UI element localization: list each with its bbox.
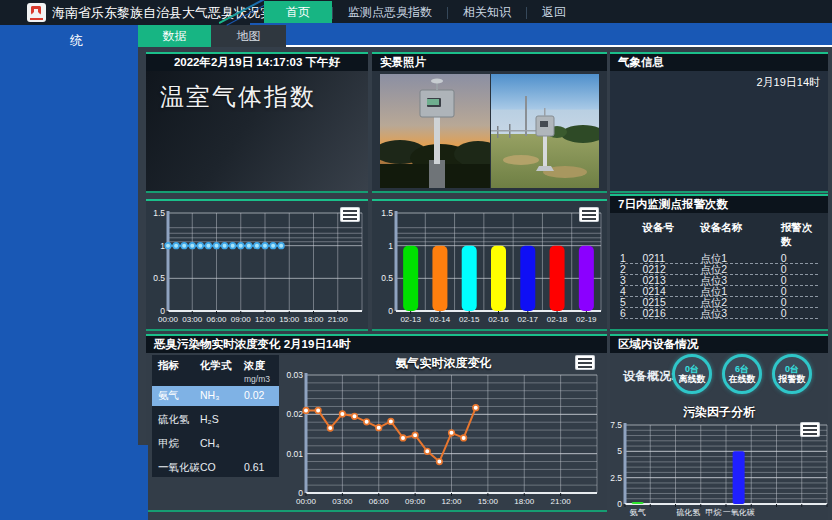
svg-text:0.5: 0.5 (381, 273, 393, 283)
greenhouse-trend-chart-panel: 00.511.500:0003:0006:0009:0012:0015:0018… (146, 199, 368, 331)
app-title-wrap: 统 (70, 32, 83, 50)
dashboard: 海南省乐东黎族自治县大气恶臭状况实时发布系 首页监测点恶臭指数相关知识返回 统 … (0, 0, 832, 520)
main-nav: 首页监测点恶臭指数相关知识返回 (264, 0, 581, 25)
photo-panel-title: 实景照片 (372, 54, 607, 71)
svg-text:2.5: 2.5 (610, 473, 622, 483)
svg-text:15:00: 15:00 (478, 497, 499, 506)
alarm-table-row: 60216点位30 (620, 308, 818, 319)
chart-menu-icon[interactable] (575, 355, 595, 370)
svg-text:一氧化碳: 一氧化碳 (723, 508, 755, 517)
station-photo-sunset (380, 74, 490, 188)
svg-text:18:00: 18:00 (514, 497, 535, 506)
daily-odor-chart-panel: 00.511.502-1302-1402-1502-1602-1702-1802… (372, 199, 607, 331)
station-photo-field (491, 74, 600, 188)
svg-text:03:00: 03:00 (332, 497, 353, 506)
nh3-chart-area: 氨气实时浓度变化 00.010.020.0300:0003:0006:0009:… (282, 353, 605, 512)
photo-panel: 实景照片 (372, 52, 607, 193)
svg-text:21:00: 21:00 (328, 315, 349, 324)
device-stat-circle-2: 0台报警数 (772, 354, 812, 394)
svg-text:12:00: 12:00 (255, 315, 276, 324)
svg-text:02-13: 02-13 (400, 315, 421, 324)
svg-text:00:00: 00:00 (158, 315, 179, 324)
svg-text:甲烷: 甲烷 (705, 508, 721, 517)
topbar-underline (250, 23, 832, 25)
device-stat-circle-1: 6台在线数 (722, 354, 762, 394)
svg-text:15:00: 15:00 (279, 315, 300, 324)
sidebar-extension (138, 445, 148, 520)
content-area: 2022年2月19日 14:17:03 下午好 温室气体指数 实景照片 (138, 47, 832, 520)
svg-text:02-18: 02-18 (547, 315, 568, 324)
odor-table-row[interactable]: 硫化氢H₂S (152, 410, 279, 430)
weather-panel: 气象信息 2月19日14时 (610, 52, 828, 193)
odor-panel: 恶臭污染物实时浓度变化 2月19日14时 指标 化学式 浓度 mg/m3 氨气N… (146, 334, 607, 512)
svg-text:02-15: 02-15 (459, 315, 480, 324)
odor-unit-label: mg/m3 (152, 374, 279, 384)
svg-text:氨气: 氨气 (630, 508, 646, 517)
alarm-panel: 7日内监测点报警次数 设备号 设备名称 报警次数 10211点位1020212点… (610, 194, 828, 331)
tab-map[interactable]: 地图 (211, 25, 286, 47)
nav-item-3[interactable]: 返回 (527, 1, 581, 24)
device-panel: 区域内设备情况 设备概况: 0台离线数6台在线数0台报警数 污染因子分析 02.… (610, 334, 828, 520)
app-logo-icon (27, 3, 46, 22)
svg-text:硫化氢: 硫化氢 (676, 508, 700, 517)
svg-text:09:00: 09:00 (405, 497, 426, 506)
svg-text:02-14: 02-14 (430, 315, 451, 324)
device-panel-title: 区域内设备情况 (610, 336, 828, 353)
top-bar: 海南省乐东黎族自治县大气恶臭状况实时发布系 首页监测点恶臭指数相关知识返回 (0, 0, 832, 25)
pollution-factor-chart-area: 02.557.5氨气硫化氢甲烷一氧化碳 (610, 418, 828, 520)
svg-text:21:00: 21:00 (551, 497, 572, 506)
svg-text:18:00: 18:00 (303, 315, 324, 324)
odor-table: 指标 化学式 浓度 mg/m3 氨气NH₃0.02硫化氢H₂S甲烷CH₄一氧化碳… (152, 355, 279, 477)
odor-table-header: 指标 化学式 浓度 (152, 355, 279, 374)
view-tabs: 数据 地图 (138, 25, 832, 47)
greenhouse-index-headline: 温室气体指数 (146, 71, 368, 123)
weather-panel-title: 气象信息 (610, 54, 828, 71)
tabs-filler (286, 25, 832, 47)
nav-item-2[interactable]: 相关知识 (448, 1, 526, 24)
odor-table-row[interactable]: 一氧化碳CO0.61 (152, 458, 279, 478)
svg-text:02-16: 02-16 (488, 315, 509, 324)
svg-text:06:00: 06:00 (369, 497, 390, 506)
datetime-header: 2022年2月19日 14:17:03 下午好 (146, 54, 368, 71)
svg-text:1: 1 (388, 241, 393, 251)
device-overview-label: 设备概况: (623, 368, 675, 385)
svg-text:00:00: 00:00 (296, 497, 317, 506)
odor-table-row[interactable]: 甲烷CH₄ (152, 434, 279, 454)
chart-menu-icon[interactable] (340, 207, 360, 222)
svg-text:06:00: 06:00 (206, 315, 227, 324)
daily-odor-chart: 00.511.502-1302-1402-1502-1602-1702-1802… (372, 201, 607, 329)
nav-item-1[interactable]: 监测点恶臭指数 (333, 1, 447, 24)
svg-text:7.5: 7.5 (610, 420, 622, 430)
nav-item-0[interactable]: 首页 (264, 1, 332, 24)
tab-data[interactable]: 数据 (138, 25, 211, 47)
svg-text:02-17: 02-17 (518, 315, 539, 324)
sidebar: 统 (0, 25, 138, 520)
alarm-table-header: 设备号 设备名称 报警次数 (620, 219, 818, 253)
svg-text:02-19: 02-19 (576, 315, 597, 324)
alarm-table: 设备号 设备名称 报警次数 10211点位1020212点位2030213点位3… (610, 213, 828, 319)
pollution-factor-chart: 02.557.5氨气硫化氢甲烷一氧化碳 (610, 418, 828, 520)
svg-text:0.5: 0.5 (153, 273, 165, 283)
svg-text:12:00: 12:00 (441, 497, 462, 506)
chart-menu-icon[interactable] (579, 207, 599, 222)
svg-text:1.5: 1.5 (381, 208, 393, 218)
svg-text:0: 0 (388, 306, 393, 316)
svg-text:03:00: 03:00 (182, 315, 203, 324)
nh3-trend-chart: 00.010.020.0300:0003:0006:0009:0012:0015… (282, 353, 605, 512)
svg-text:09:00: 09:00 (231, 315, 252, 324)
odor-panel-title: 恶臭污染物实时浓度变化 2月19日14时 (146, 336, 607, 353)
svg-text:0.01: 0.01 (286, 449, 303, 459)
svg-text:0: 0 (617, 499, 622, 509)
alarm-panel-title: 7日内监测点报警次数 (610, 196, 828, 213)
svg-text:0.03: 0.03 (286, 370, 303, 380)
svg-text:5: 5 (617, 446, 622, 456)
device-stat-circles: 0台离线数6台在线数0台报警数 (672, 354, 812, 394)
chart-menu-icon[interactable] (800, 422, 820, 437)
weather-timestamp: 2月19日14时 (756, 75, 820, 90)
device-stat-circle-0: 0台离线数 (672, 354, 712, 394)
greeting-panel: 2022年2月19日 14:17:03 下午好 温室气体指数 (146, 52, 368, 193)
odor-table-row[interactable]: 氨气NH₃0.02 (152, 386, 279, 406)
svg-text:1.5: 1.5 (153, 208, 165, 218)
greenhouse-trend-chart: 00.511.500:0003:0006:0009:0012:0015:0018… (146, 201, 368, 329)
svg-text:0.02: 0.02 (286, 409, 303, 419)
